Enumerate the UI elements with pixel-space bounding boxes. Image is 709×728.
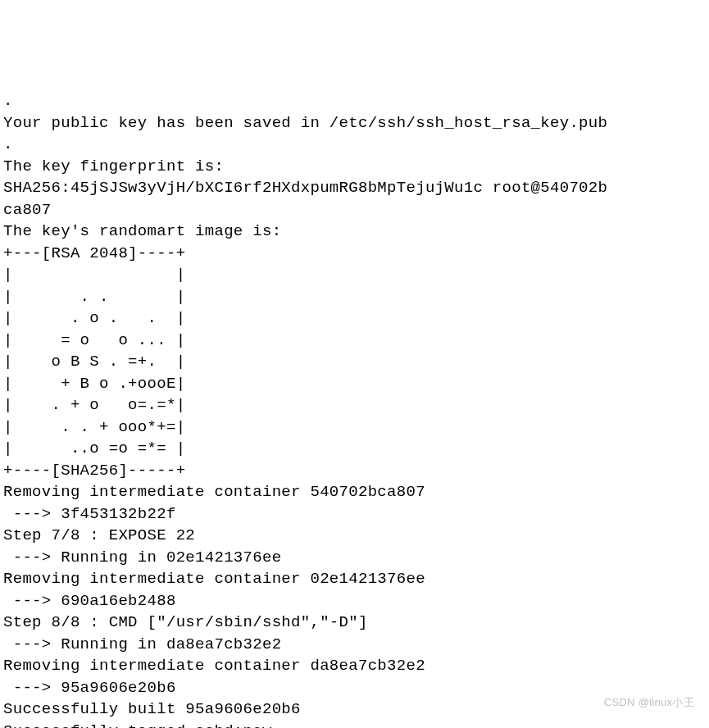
- terminal-output: . Your public key has been saved in /etc…: [3, 90, 706, 728]
- watermark: CSDN @linux小王: [604, 692, 694, 714]
